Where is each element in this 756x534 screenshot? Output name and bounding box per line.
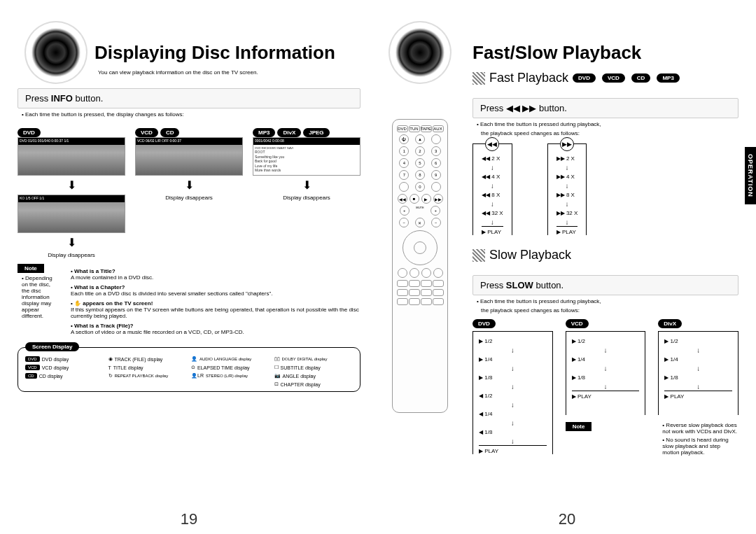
fast-playback-heading: Fast Playback DVD VCD CD MP3	[472, 71, 738, 85]
thumbnail-vcd: VCD 06/02 L/R OFF 0:00:37	[135, 137, 243, 176]
note-label: Note	[18, 264, 44, 273]
slow-col-vcd: VCD ▶ 1/2↓ ▶ 1/4↓ ▶ 1/8↓ ▶ PLAY Note	[566, 319, 646, 456]
remote-control-illustration: DVDTUNTAPEAUX ⏻▲ 123 456 789 0 ◀◀■▶▶▶ +M…	[392, 119, 448, 413]
col-vcd-cd: VCDCD VCD 06/02 L/R OFF 0:00:37 ⬇ Displa…	[135, 120, 243, 258]
arrow-down-icon: ⬇	[135, 178, 243, 192]
disc-columns: DVD DVD 01/01 001/040 0:00:37 1/1 ⬇ KO 1…	[18, 120, 360, 258]
remote-info-button[interactable]	[398, 268, 407, 278]
title-icon: T	[108, 365, 111, 370]
page-left: Displaying Disc Information You can view…	[0, 0, 378, 534]
page-number-left: 19	[181, 510, 197, 528]
rewind-speed-col: ◀◀ ◀◀ 2 X ↓ ◀◀ 4 X ↓ ◀◀ 8 X ↓ ◀◀ 32 X ↓ …	[472, 143, 512, 235]
slow-col-divx: DivX ▶ 1/2↓ ▶ 1/4↓ ▶ 1/8↓ ▶ PLAY • Rever…	[658, 319, 738, 456]
display-disappears-text: Display disappears	[135, 195, 243, 201]
press-fast-box: Press ◀◀ ▶▶ button.	[472, 98, 738, 118]
remote-rew-button[interactable]: ◀◀	[398, 194, 407, 204]
audio-icon: 👤	[191, 356, 197, 362]
rewind-icon: ◀◀	[485, 137, 499, 151]
speaker-decor-icon	[31, 28, 80, 77]
speaker-decor-icon	[396, 28, 444, 77]
tag-vcd: VCD	[135, 128, 158, 137]
arrow-down-icon: ⬇	[18, 236, 125, 249]
page-right: Fast/Slow Playback OPERATION DVDTUNTAPEA…	[378, 0, 756, 534]
dolby-icon: ▯▯	[274, 356, 280, 362]
note-text: • Depending on the disc, the disc inform…	[18, 275, 59, 319]
subtitle-icon: ☐	[274, 365, 279, 370]
page-subtitle: You can view playback information on the…	[98, 69, 360, 76]
chapter-icon: ⊡	[274, 381, 279, 387]
tag-mp3: MP3	[253, 128, 275, 137]
thumbnail-dvd-1: DVD 01/01 001/040 0:00:37 1/1	[18, 137, 125, 176]
col-mp3: MP3DivXJPEG 0001/0042 0:00:08 DVD RECEIV…	[253, 120, 360, 258]
remote-power-button[interactable]: ⏻	[399, 134, 409, 144]
remote-slow-button[interactable]	[433, 280, 444, 287]
forward-icon: ▶▶	[560, 137, 574, 151]
forward-speed-col: ▶▶ ▶▶ 2 X ↓ ▶▶ 4 X ↓ ▶▶ 8 X ↓ ▶▶ 32 X ↓ …	[547, 143, 587, 235]
track-icon: ◉	[108, 356, 113, 362]
time-icon: ⊙	[191, 365, 195, 370]
mp3-file-list: DVD RECEIVER SMART NAVI ROOT Something l…	[253, 145, 360, 174]
remote-nav-pad[interactable]	[402, 230, 438, 265]
tag-cd: CD	[160, 128, 180, 137]
fast-speed-columns: ◀◀ ◀◀ 2 X ↓ ◀◀ 4 X ↓ ◀◀ 8 X ↓ ◀◀ 32 X ↓ …	[472, 143, 738, 235]
angle-icon: 📷	[274, 373, 281, 379]
chevron-icon	[472, 249, 485, 262]
lr-icon: 👤LR	[191, 373, 204, 379]
arrow-down-icon: ⬇	[18, 178, 125, 192]
repeat-icon: ↻	[108, 373, 113, 379]
tag-divx: DivX	[277, 128, 301, 137]
thumbnail-dvd-2: KO 1/5 OFF 1/1	[18, 195, 125, 233]
tag-dvd: DVD	[18, 128, 41, 137]
manual-spread: Displaying Disc Information You can view…	[0, 0, 756, 534]
note-label: Note	[566, 422, 592, 431]
screen-display-box: Screen Display DVDDVD display ◉TRACK (FI…	[18, 347, 360, 392]
thumbnail-mp3: 0001/0042 0:00:08 DVD RECEIVER SMART NAV…	[253, 137, 360, 176]
page-title-right: Fast/Slow Playback	[472, 42, 738, 64]
page-number-right: 20	[559, 510, 575, 528]
right-content: Fast Playback DVD VCD CD MP3 Press ◀◀ ▶▶…	[472, 71, 738, 456]
remote-fwd-button[interactable]: ▶▶	[433, 194, 443, 204]
arrow-down-icon: ↓	[482, 164, 503, 171]
page-title-left: Displaying Disc Information	[94, 42, 360, 64]
arrow-down-icon: ⬇	[253, 178, 360, 192]
press-slow-box: Press SLOW button.	[472, 275, 738, 295]
slow-speed-columns: DVD ▶ 1/2↓ ▶ 1/4↓ ▶ 1/8↓ ◀ 1/2↓ ◀ 1/4↓ ◀…	[472, 319, 738, 456]
rewind-fwd-icon: ◀◀ ▶▶	[506, 103, 537, 113]
screen-display-title: Screen Display	[25, 342, 79, 351]
definitions-area: Note • Depending on the disc, the disc i…	[18, 264, 360, 339]
remote-dvd-button[interactable]: DVD	[397, 125, 408, 132]
slow-playback-heading: Slow Playback	[472, 248, 738, 262]
operation-tab: OPERATION	[745, 147, 756, 204]
hand-icon: ✋	[74, 300, 81, 307]
press-info-box: Press INFO button.	[18, 88, 360, 108]
col-dvd: DVD DVD 01/01 001/040 0:00:37 1/1 ⬇ KO 1…	[18, 120, 125, 258]
tag-jpeg: JPEG	[303, 128, 329, 137]
slow-col-dvd: DVD ▶ 1/2↓ ▶ 1/4↓ ▶ 1/8↓ ◀ 1/2↓ ◀ 1/4↓ ◀…	[472, 319, 553, 456]
display-disappears-text: Display disappears	[18, 252, 125, 258]
display-disappears-text: Display disappears	[253, 195, 360, 201]
press-info-label: Press INFO button.	[25, 93, 103, 104]
press-info-note: • Each time the button is pressed, the d…	[18, 111, 360, 118]
chevron-icon	[472, 72, 485, 85]
